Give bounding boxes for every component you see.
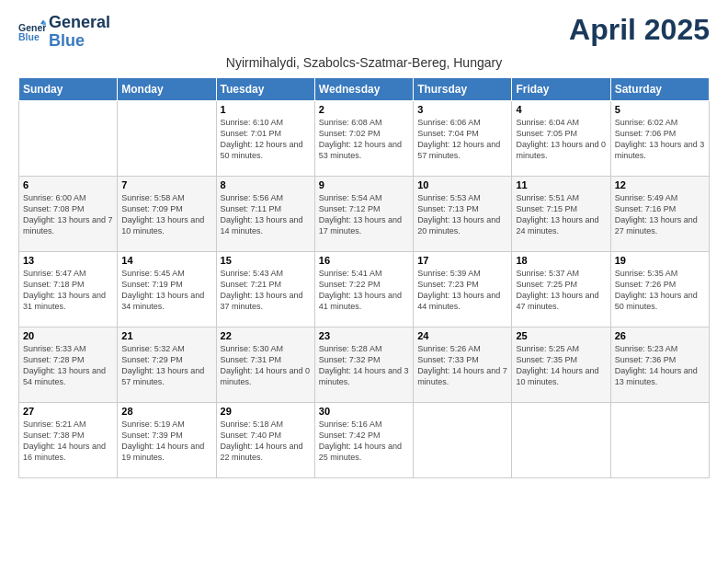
logo-text: General Blue [49,14,110,51]
day-number: 18 [516,255,606,266]
day-number: 21 [121,330,211,341]
col-saturday: Saturday [610,77,709,100]
day-number: 5 [615,104,705,115]
cell-info: Sunrise: 5:45 AM Sunset: 7:19 PM Dayligh… [121,268,211,313]
calendar-cell: 15Sunrise: 5:43 AM Sunset: 7:21 PM Dayli… [216,251,314,327]
cell-info: Sunrise: 5:35 AM Sunset: 7:26 PM Dayligh… [615,268,705,313]
calendar-cell [19,100,118,176]
calendar-cell: 25Sunrise: 5:25 AM Sunset: 7:35 PM Dayli… [512,327,610,402]
day-number: 22 [221,330,311,341]
calendar-cell: 21Sunrise: 5:32 AM Sunset: 7:29 PM Dayli… [118,327,216,402]
cell-info: Sunrise: 5:23 AM Sunset: 7:36 PM Dayligh… [615,343,705,388]
cell-info: Sunrise: 5:25 AM Sunset: 7:35 PM Dayligh… [516,343,606,388]
header: General Blue General Blue April 2025 [18,14,710,51]
cell-info: Sunrise: 5:28 AM Sunset: 7:32 PM Dayligh… [319,343,409,388]
cell-info: Sunrise: 6:10 AM Sunset: 7:01 PM Dayligh… [221,117,311,162]
col-tuesday: Tuesday [216,77,314,100]
cell-info: Sunrise: 5:58 AM Sunset: 7:09 PM Dayligh… [121,192,211,237]
cell-info: Sunrise: 6:02 AM Sunset: 7:06 PM Dayligh… [615,117,705,162]
col-monday: Monday [118,77,216,100]
logo-icon: General Blue [18,18,46,46]
day-number: 24 [417,330,507,341]
calendar-cell [512,402,610,477]
day-number: 8 [221,179,311,190]
day-number: 26 [615,330,705,341]
cell-info: Sunrise: 6:08 AM Sunset: 7:02 PM Dayligh… [319,117,409,162]
calendar-cell: 28Sunrise: 5:19 AM Sunset: 7:39 PM Dayli… [118,402,216,477]
logo: General Blue General Blue [18,14,110,51]
calendar-cell: 26Sunrise: 5:23 AM Sunset: 7:36 PM Dayli… [610,327,709,402]
calendar-cell: 29Sunrise: 5:18 AM Sunset: 7:40 PM Dayli… [216,402,314,477]
col-wednesday: Wednesday [314,77,413,100]
calendar-cell: 19Sunrise: 5:35 AM Sunset: 7:26 PM Dayli… [610,251,709,327]
calendar-cell: 1Sunrise: 6:10 AM Sunset: 7:01 PM Daylig… [216,100,314,176]
col-friday: Friday [512,77,610,100]
cell-info: Sunrise: 6:04 AM Sunset: 7:05 PM Dayligh… [516,117,606,162]
cell-info: Sunrise: 5:33 AM Sunset: 7:28 PM Dayligh… [23,343,113,388]
day-number: 14 [121,255,211,266]
cell-info: Sunrise: 5:39 AM Sunset: 7:23 PM Dayligh… [417,268,507,313]
day-number: 10 [417,179,507,190]
calendar-cell: 6Sunrise: 6:00 AM Sunset: 7:08 PM Daylig… [19,176,118,251]
day-number: 2 [319,104,409,115]
calendar-cell: 11Sunrise: 5:51 AM Sunset: 7:15 PM Dayli… [512,176,610,251]
cell-info: Sunrise: 5:37 AM Sunset: 7:25 PM Dayligh… [516,268,606,313]
day-number: 17 [417,255,507,266]
page: General Blue General Blue April 2025 Nyi… [0,0,728,563]
calendar-cell: 24Sunrise: 5:26 AM Sunset: 7:33 PM Dayli… [414,327,512,402]
calendar-cell [118,100,216,176]
day-number: 4 [516,104,606,115]
calendar-cell: 8Sunrise: 5:56 AM Sunset: 7:11 PM Daylig… [216,176,314,251]
cell-info: Sunrise: 5:19 AM Sunset: 7:39 PM Dayligh… [121,419,211,464]
day-number: 19 [615,255,705,266]
cell-info: Sunrise: 5:49 AM Sunset: 7:16 PM Dayligh… [615,192,705,237]
calendar-cell: 22Sunrise: 5:30 AM Sunset: 7:31 PM Dayli… [216,327,314,402]
calendar-cell: 4Sunrise: 6:04 AM Sunset: 7:05 PM Daylig… [512,100,610,176]
calendar-cell: 16Sunrise: 5:41 AM Sunset: 7:22 PM Dayli… [314,251,413,327]
title-section: April 2025 [569,14,710,46]
day-number: 12 [615,179,705,190]
cell-info: Sunrise: 5:41 AM Sunset: 7:22 PM Dayligh… [319,268,409,313]
calendar-week-1: 1Sunrise: 6:10 AM Sunset: 7:01 PM Daylig… [19,100,710,176]
col-sunday: Sunday [19,77,118,100]
day-number: 11 [516,179,606,190]
day-number: 28 [121,406,211,417]
day-number: 9 [319,179,409,190]
calendar-cell: 27Sunrise: 5:21 AM Sunset: 7:38 PM Dayli… [19,402,118,477]
cell-info: Sunrise: 5:32 AM Sunset: 7:29 PM Dayligh… [121,343,211,388]
svg-text:Blue: Blue [18,31,40,42]
calendar-week-3: 13Sunrise: 5:47 AM Sunset: 7:18 PM Dayli… [19,251,710,327]
cell-info: Sunrise: 5:47 AM Sunset: 7:18 PM Dayligh… [23,268,113,313]
cell-info: Sunrise: 5:43 AM Sunset: 7:21 PM Dayligh… [221,268,311,313]
day-number: 16 [319,255,409,266]
calendar-week-2: 6Sunrise: 6:00 AM Sunset: 7:08 PM Daylig… [19,176,710,251]
day-number: 6 [23,179,113,190]
day-number: 29 [221,406,311,417]
cell-info: Sunrise: 5:26 AM Sunset: 7:33 PM Dayligh… [417,343,507,388]
calendar-cell: 23Sunrise: 5:28 AM Sunset: 7:32 PM Dayli… [314,327,413,402]
day-number: 15 [221,255,311,266]
cell-info: Sunrise: 5:18 AM Sunset: 7:40 PM Dayligh… [221,419,311,464]
day-number: 3 [417,104,507,115]
day-number: 23 [319,330,409,341]
day-number: 1 [221,104,311,115]
calendar-cell: 20Sunrise: 5:33 AM Sunset: 7:28 PM Dayli… [19,327,118,402]
calendar-cell: 30Sunrise: 5:16 AM Sunset: 7:42 PM Dayli… [314,402,413,477]
calendar-cell: 10Sunrise: 5:53 AM Sunset: 7:13 PM Dayli… [414,176,512,251]
subtitle: Nyirmihalydi, Szabolcs-Szatmar-Bereg, Hu… [18,55,710,70]
cell-info: Sunrise: 6:00 AM Sunset: 7:08 PM Dayligh… [23,192,113,237]
header-row: Sunday Monday Tuesday Wednesday Thursday… [19,77,710,100]
calendar-cell: 9Sunrise: 5:54 AM Sunset: 7:12 PM Daylig… [314,176,413,251]
calendar-table: Sunday Monday Tuesday Wednesday Thursday… [18,77,710,478]
col-thursday: Thursday [414,77,512,100]
day-number: 30 [319,406,409,417]
calendar-cell: 12Sunrise: 5:49 AM Sunset: 7:16 PM Dayli… [610,176,709,251]
calendar-cell: 2Sunrise: 6:08 AM Sunset: 7:02 PM Daylig… [314,100,413,176]
calendar-cell [610,402,709,477]
cell-info: Sunrise: 5:21 AM Sunset: 7:38 PM Dayligh… [23,419,113,464]
calendar-cell [414,402,512,477]
cell-info: Sunrise: 5:30 AM Sunset: 7:31 PM Dayligh… [221,343,311,388]
calendar-cell: 17Sunrise: 5:39 AM Sunset: 7:23 PM Dayli… [414,251,512,327]
cell-info: Sunrise: 5:53 AM Sunset: 7:13 PM Dayligh… [417,192,507,237]
calendar-cell: 14Sunrise: 5:45 AM Sunset: 7:19 PM Dayli… [118,251,216,327]
